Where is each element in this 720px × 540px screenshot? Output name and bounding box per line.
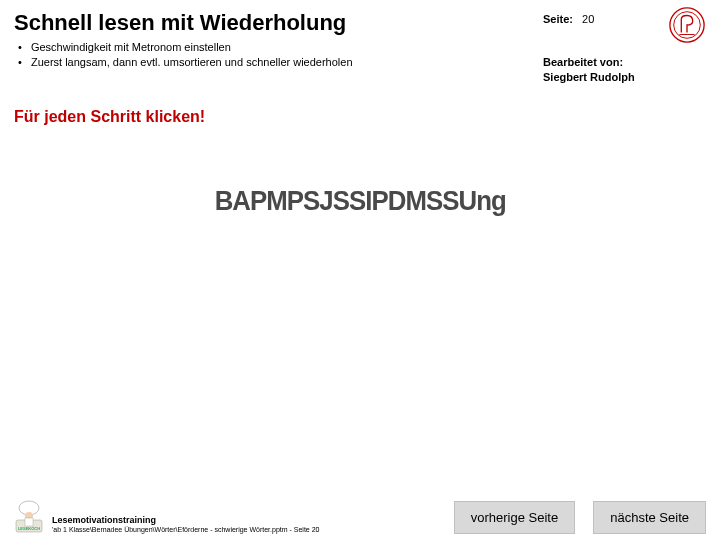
stamp-logo-icon — [668, 6, 706, 44]
footer-title: Lesemotivationstraining — [52, 515, 319, 526]
edited-by-label: Bearbeitet von: — [543, 55, 658, 70]
prev-page-button[interactable]: vorherige Seite — [454, 501, 575, 534]
meta-block: Seite: 20 Bearbeitet von: Siegbert Rudol… — [543, 12, 658, 85]
footer-left: LESEKOCH Lesemotivationstraining 'ab 1 K… — [14, 498, 454, 534]
page-number: 20 — [582, 13, 594, 25]
page-label: Seite: — [543, 13, 573, 25]
next-page-button[interactable]: nächste Seite — [593, 501, 706, 534]
svg-text:LESEKOCH: LESEKOCH — [18, 526, 40, 531]
svg-rect-6 — [25, 518, 33, 526]
chef-logo-icon: LESEKOCH — [14, 498, 44, 534]
nav-buttons: vorherige Seite nächste Seite — [454, 501, 706, 534]
stacked-word-overlay[interactable]: BAPMPSJSSIPDMSSUng — [0, 185, 720, 217]
editor-name: Siegbert Rudolph — [543, 71, 635, 83]
subheader[interactable]: Für jeden Schritt klicken! — [14, 108, 205, 126]
footer-path: 'ab 1 Klasse\Bernadee Übungen\Wörter\Efö… — [52, 526, 319, 534]
